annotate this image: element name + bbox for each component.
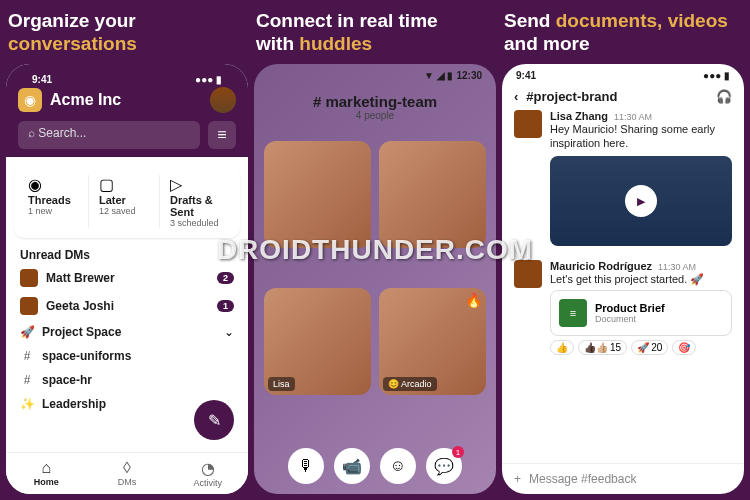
dm-avatar xyxy=(20,269,38,287)
compose-icon: ✎ xyxy=(208,411,221,430)
channel-row[interactable]: # space-uniforms xyxy=(6,344,248,368)
phone-mockup-1: 9:41 ●●● ▮ ◉ Acme Inc ⌕ Search... ≡ ◉ Th… xyxy=(6,64,248,494)
signal-icons: ●●● ▮ xyxy=(195,74,222,85)
tab-activity[interactable]: ◔Activity xyxy=(167,459,248,488)
video-attachment[interactable]: ▶ xyxy=(550,156,732,246)
channel-row[interactable]: # space-hr xyxy=(6,368,248,392)
workspace-logo[interactable]: ◉ xyxy=(18,88,42,112)
sender-name[interactable]: Lisa Zhang xyxy=(550,110,608,122)
huddle-controls: 🎙 📹 ☺ 💬1 xyxy=(254,438,496,494)
panel-documents: Send documents, videos and more 9:41 ●●●… xyxy=(502,6,744,494)
activity-icon: ◔ xyxy=(167,459,248,478)
message: Mauricio Rodríguez11:30 AM Let's get thi… xyxy=(514,260,732,355)
participant-tile[interactable] xyxy=(379,141,486,248)
bottom-tabs: ⌂Home ◊DMs ◔Activity xyxy=(6,452,248,494)
mic-icon: 🎙 xyxy=(298,457,314,475)
huddle-people: 4 people xyxy=(264,110,486,121)
chat-icon: 💬 xyxy=(434,457,454,476)
huddle-header: # marketing-team 4 people xyxy=(254,83,496,131)
tab-dms[interactable]: ◊DMs xyxy=(87,459,168,488)
play-button[interactable]: ▶ xyxy=(625,185,657,217)
filter-button[interactable]: ≡ xyxy=(208,121,236,149)
back-button[interactable]: ‹ xyxy=(514,89,518,104)
plus-icon[interactable]: + xyxy=(514,472,521,486)
participant-tile[interactable]: 🔥😊 Arcadio xyxy=(379,288,486,395)
message-text: Let's get this project started. 🚀 xyxy=(550,272,732,286)
home-icon: ⌂ xyxy=(6,459,87,477)
message-avatar[interactable] xyxy=(514,110,542,138)
chat-button[interactable]: 💬1 xyxy=(426,448,462,484)
reaction-icon: 😊 xyxy=(388,379,399,389)
panel-huddles: Connect in real time with huddles ▼ ◢ ▮ … xyxy=(254,6,496,494)
status-bar: ▼ ◢ ▮ 12:30 xyxy=(254,64,496,83)
phone-mockup-2: ▼ ◢ ▮ 12:30 # marketing-team 4 people Li… xyxy=(254,64,496,494)
play-icon: ▶ xyxy=(637,195,645,208)
hash-icon: # xyxy=(20,349,34,363)
video-button[interactable]: 📹 xyxy=(334,448,370,484)
message-time: 11:30 AM xyxy=(614,112,652,122)
reaction[interactable]: 👍🏿👍🏼15 xyxy=(578,340,627,355)
status-bar: 9:41 ●●● ▮ xyxy=(502,64,744,83)
compose-fab[interactable]: ✎ xyxy=(194,400,234,440)
reaction[interactable]: 👍 xyxy=(550,340,574,355)
tab-home[interactable]: ⌂Home xyxy=(6,459,87,488)
huddle-grid: Lisa 🔥😊 Arcadio xyxy=(254,131,496,438)
rocket-icon: 🚀 xyxy=(20,325,34,339)
message-avatar[interactable] xyxy=(514,260,542,288)
channel-name[interactable]: #project-brand xyxy=(526,89,708,104)
user-avatar[interactable] xyxy=(210,87,236,113)
document-icon: ≡ xyxy=(559,299,587,327)
signal-icons: ●●● ▮ xyxy=(703,70,730,81)
dm-row[interactable]: Geeta Joshi 1 xyxy=(6,292,248,320)
fire-reaction-icon: 🔥 xyxy=(465,292,482,308)
bookmark-icon: ▢ xyxy=(99,175,155,194)
file-attachment[interactable]: ≡ Product BriefDocument xyxy=(550,290,732,336)
space-row[interactable]: 🚀 Project Space ⌄ xyxy=(6,320,248,344)
clock: 9:41 xyxy=(32,74,52,85)
participant-tile[interactable]: Lisa xyxy=(264,288,371,395)
search-input[interactable]: ⌕ Search... xyxy=(18,121,200,149)
message-text: Hey Mauricio! Sharing some early inspira… xyxy=(550,122,732,151)
sender-name[interactable]: Mauricio Rodríguez xyxy=(550,260,652,272)
threads-icon: ◉ xyxy=(28,175,84,194)
workspace-name[interactable]: Acme Inc xyxy=(50,91,202,109)
channel-header: ‹ #project-brand 🎧 xyxy=(502,83,744,110)
smile-icon: ☺ xyxy=(390,457,406,475)
search-icon: ⌕ xyxy=(28,126,38,140)
mic-button[interactable]: 🎙 xyxy=(288,448,324,484)
dm-avatar xyxy=(20,297,38,315)
headphones-icon[interactable]: 🎧 xyxy=(716,89,732,104)
clock: 12:30 xyxy=(456,70,482,81)
dm-icon: ◊ xyxy=(87,459,168,477)
sparkle-icon: ✨ xyxy=(20,397,34,411)
reaction[interactable]: 🚀20 xyxy=(631,340,668,355)
quick-access-card: ◉ Threads1 new ▢ Later12 saved ▷ Drafts … xyxy=(14,165,240,238)
drafts-card[interactable]: ▷ Drafts & Sent3 scheduled xyxy=(166,175,230,228)
unread-badge: 1 xyxy=(217,300,234,312)
participant-tile[interactable] xyxy=(264,141,371,248)
reactions: 👍 👍🏿👍🏼15 🚀20 🎯 xyxy=(550,340,732,355)
hash-icon: # xyxy=(20,373,34,387)
message-composer[interactable]: + Message #feedback xyxy=(502,463,744,494)
status-bar: 9:41 ●●● ▮ xyxy=(18,68,236,87)
signal-icons: ▼ ◢ ▮ xyxy=(424,70,453,81)
chevron-down-icon: ⌄ xyxy=(224,325,234,339)
unread-badge: 2 xyxy=(217,272,234,284)
message-time: 11:30 AM xyxy=(658,262,696,272)
notification-badge: 1 xyxy=(452,446,464,458)
section-unread-dms: Unread DMs xyxy=(6,246,248,264)
later-card[interactable]: ▢ Later12 saved xyxy=(95,175,160,228)
clock: 9:41 xyxy=(516,70,536,81)
composer-placeholder: Message #feedback xyxy=(529,472,636,486)
huddle-channel: # marketing-team xyxy=(264,93,486,110)
send-icon: ▷ xyxy=(170,175,226,194)
reaction[interactable]: 🎯 xyxy=(672,340,696,355)
threads-card[interactable]: ◉ Threads1 new xyxy=(24,175,89,228)
phone-mockup-3: 9:41 ●●● ▮ ‹ #project-brand 🎧 Lisa Zhang… xyxy=(502,64,744,494)
emoji-button[interactable]: ☺ xyxy=(380,448,416,484)
video-icon: 📹 xyxy=(342,457,362,476)
headline: Send documents, videos and more xyxy=(502,6,744,64)
dm-row[interactable]: Matt Brewer 2 xyxy=(6,264,248,292)
panel-conversations: Organize your conversations 9:41 ●●● ▮ ◉… xyxy=(6,6,248,494)
headline: Connect in real time with huddles xyxy=(254,6,496,64)
